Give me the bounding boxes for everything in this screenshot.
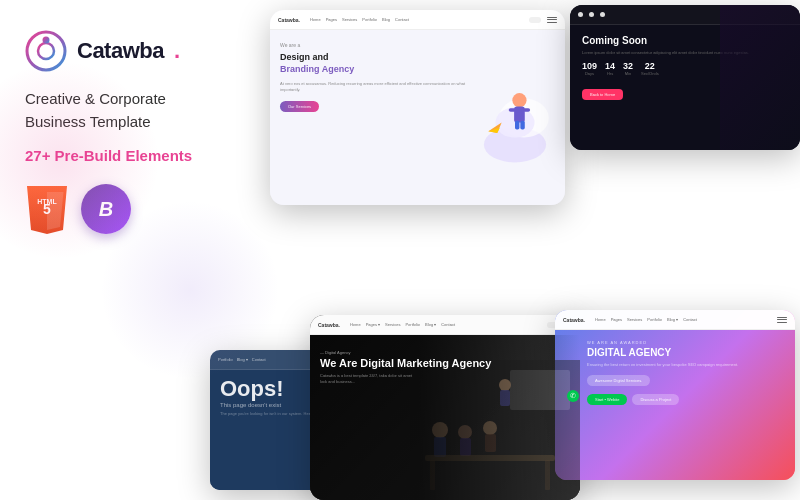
coming-soon-title: Coming Soon bbox=[582, 35, 788, 46]
headline-main: Design and Branding Agency bbox=[280, 52, 467, 75]
bootstrap-badge: B bbox=[81, 184, 131, 234]
headline-accent: Branding Agency bbox=[280, 64, 354, 74]
mockup-logo-agency: Catawba. bbox=[563, 317, 585, 323]
mockup-digital-agency: Catawba. Home Pages Services Portfolio B… bbox=[555, 310, 795, 480]
countdown-days: 109 Days bbox=[582, 61, 597, 76]
coming-soon-content: Coming Soon Lorem ipsum dolor sit amet c… bbox=[570, 25, 800, 150]
browser-header-coming-soon bbox=[570, 5, 800, 25]
design-body: At vero eos et accusamus. Reducing recur… bbox=[280, 81, 467, 92]
agency-subtext: Ensuring the best return on investment f… bbox=[587, 362, 783, 368]
svg-text:HTML: HTML bbox=[37, 198, 57, 205]
nav-services: Services bbox=[342, 17, 357, 22]
nav-pages-mkt: Pages ▾ bbox=[366, 322, 380, 327]
agency-headline: DIGITAL AGENCY bbox=[587, 347, 783, 359]
whatsapp-icon: ✆ bbox=[570, 392, 576, 400]
design-agency-text: We are a Design and Branding Agency At v… bbox=[280, 38, 467, 197]
character-illustration bbox=[475, 63, 555, 173]
nav-home-ag: Home bbox=[595, 317, 606, 322]
mockups-area: Catawba. Home Pages Services Portfolio B… bbox=[250, 0, 800, 500]
mockup-nav-agency: Home Pages Services Portfolio Blog ▾ Con… bbox=[595, 317, 697, 322]
nav-contact-ag: Contact bbox=[683, 317, 697, 322]
tagline-line1: Creative & Corporate bbox=[25, 88, 235, 111]
countdown-seconds: 22 Sec/Onds bbox=[641, 61, 659, 76]
nav-contact: Contact bbox=[395, 17, 409, 22]
agency-content: ✆ WE ARE AN AWARDED DIGITAL AGENCY Ensur… bbox=[555, 330, 795, 480]
marketing-small: — Digital Agency bbox=[320, 350, 491, 355]
svg-point-2 bbox=[43, 37, 50, 44]
bootstrap-letter: B bbox=[99, 198, 113, 221]
whatsapp-button: ✆ bbox=[567, 390, 579, 402]
menu-agency bbox=[777, 317, 787, 323]
left-panel: Catawba. Creative & Corporate Business T… bbox=[0, 0, 260, 500]
html5-badge: 5 HTML bbox=[25, 184, 69, 234]
marketing-content: — Digital Agency We Are Digital Marketin… bbox=[310, 335, 580, 500]
nav-pages-ag: Pages bbox=[611, 317, 622, 322]
nav-contact-mkt: Contact bbox=[441, 322, 455, 327]
nav-portfolio-mkt: Portfolio bbox=[405, 322, 420, 327]
agency-primary-btn: Start • Webite bbox=[587, 394, 627, 405]
svg-rect-12 bbox=[515, 120, 519, 129]
svg-point-8 bbox=[512, 93, 526, 107]
html5-icon: 5 HTML bbox=[25, 184, 69, 234]
agency-secondary-btn: Discuss a Project bbox=[632, 394, 679, 405]
headline-pre: We are a bbox=[280, 42, 467, 48]
nav-menu-icon bbox=[547, 17, 557, 23]
mockup-coming-soon: Coming Soon Lorem ipsum dolor sit amet c… bbox=[570, 5, 800, 150]
nav-blog-ag: Blog ▾ bbox=[667, 317, 678, 322]
marketing-headline: We Are Digital Marketing Agency bbox=[320, 357, 491, 370]
nav-portfolio-ag: Portfolio bbox=[647, 317, 662, 322]
browser-header-agency: Catawba. Home Pages Services Portfolio B… bbox=[555, 310, 795, 330]
mockup-nav-marketing: Home Pages ▾ Services Portfolio Blog ▾ C… bbox=[350, 322, 455, 327]
agency-pre-headline: WE ARE AN AWARDED bbox=[587, 340, 783, 345]
svg-rect-10 bbox=[509, 108, 516, 112]
design-cta-btn: Our Services bbox=[280, 101, 319, 112]
nav-pages: Pages bbox=[326, 17, 337, 22]
agency-buttons: Start • Webite Discuss a Project bbox=[587, 394, 783, 405]
nav-search bbox=[529, 17, 541, 23]
browser-header-marketing: Catawba. Home Pages ▾ Services Portfolio… bbox=[310, 315, 580, 335]
nav-blog-mkt: Blog ▾ bbox=[425, 322, 436, 327]
countdown-minutes: 32 Min bbox=[623, 61, 633, 76]
svg-point-1 bbox=[38, 43, 54, 59]
nav-services-mkt: Services bbox=[385, 322, 400, 327]
tagline-line2: Business Template bbox=[25, 111, 235, 134]
nav-services-ag: Services bbox=[627, 317, 642, 322]
back-home-btn: Back to Home bbox=[582, 89, 623, 100]
nav-blog: Blog bbox=[382, 17, 390, 22]
mockup-logo-design: Catawba. bbox=[278, 17, 300, 23]
coming-soon-body: Lorem ipsum dolor sit amet consectetur a… bbox=[582, 50, 788, 55]
brand-logo-icon bbox=[25, 30, 67, 72]
tech-badges: 5 HTML B bbox=[25, 184, 235, 234]
brand-name: Catawba bbox=[77, 38, 164, 64]
marketing-text: — Digital Agency We Are Digital Marketin… bbox=[320, 350, 491, 384]
design-agency-content: We are a Design and Branding Agency At v… bbox=[270, 30, 565, 205]
pre-build-label: 27+ Pre-Build Elements bbox=[25, 147, 235, 164]
countdown: 109 Days 14 Hrs 32 Min 22 Sec/Onds bbox=[582, 61, 788, 76]
nav-home-mkt: Home bbox=[350, 322, 361, 327]
svg-rect-9 bbox=[514, 106, 525, 122]
mockup-nav-design: Home Pages Services Portfolio Blog Conta… bbox=[310, 17, 409, 22]
agency-badge: Awesome Digital Services. bbox=[587, 375, 650, 386]
countdown-hours: 14 Hrs bbox=[605, 61, 615, 76]
design-illustration bbox=[475, 38, 555, 197]
brand-dot: . bbox=[174, 38, 180, 64]
mockup-design-agency: Catawba. Home Pages Services Portfolio B… bbox=[270, 10, 565, 205]
svg-rect-13 bbox=[520, 120, 524, 129]
mockup-logo-marketing: Catawba. bbox=[318, 322, 340, 328]
nav-home: Home bbox=[310, 17, 321, 22]
marketing-body: Catawba is a best template 24/7, taka do… bbox=[320, 373, 420, 384]
logo-row: Catawba. bbox=[25, 30, 235, 72]
browser-header-design: Catawba. Home Pages Services Portfolio B… bbox=[270, 10, 565, 30]
tagline: Creative & Corporate Business Template bbox=[25, 88, 235, 133]
nav-portfolio: Portfolio bbox=[362, 17, 377, 22]
svg-rect-11 bbox=[523, 108, 530, 112]
mockup-marketing: Catawba. Home Pages ▾ Services Portfolio… bbox=[310, 315, 580, 500]
